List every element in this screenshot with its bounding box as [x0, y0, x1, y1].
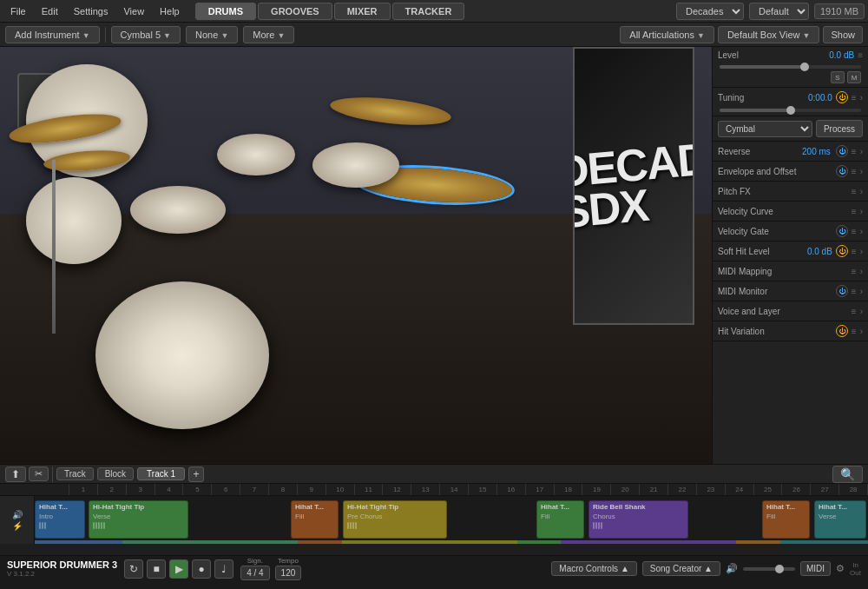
menu-view[interactable]: View — [116, 4, 151, 18]
select-tool-button[interactable]: ⬆ — [5, 467, 26, 482]
reverse-row: Reverse 200 ms ⏻ ≡ › — [713, 142, 868, 161]
crash-right-cymbal[interactable] — [329, 93, 452, 129]
drum-view[interactable]: DECADSDX Capitol — [0, 47, 712, 464]
none-select-button[interactable]: None ▼ — [186, 26, 238, 43]
envelope-menu[interactable]: ≡ — [852, 167, 857, 176]
time-signature[interactable]: 4 / 4 — [240, 566, 269, 580]
track-content[interactable]: Hihat T... Intro Hi-Hat Tight Tip Verse … — [35, 496, 868, 544]
velocity-curve-chevron[interactable]: › — [860, 207, 863, 216]
clip-verse[interactable]: Hi-Hat Tight Tip Verse — [89, 500, 188, 539]
tom1-drum[interactable] — [217, 134, 295, 175]
track-icon-1[interactable]: 🔊 — [12, 510, 23, 520]
track-icon-2[interactable]: ⚡ — [12, 521, 23, 531]
snare-drum[interactable] — [130, 186, 226, 234]
ruler-28: 28 — [839, 484, 868, 495]
menu-file[interactable]: File — [3, 4, 33, 18]
soft-hit-row: Soft Hit Level 0.0 dB ⏻ ≡ › — [713, 242, 868, 261]
tuning-chevron[interactable]: › — [860, 93, 863, 103]
song-creator-button[interactable]: Song Creator ▲ — [642, 561, 720, 576]
solo-button[interactable]: S — [831, 71, 845, 83]
envelope-chevron[interactable]: › — [860, 167, 863, 176]
stop-button[interactable]: ■ — [147, 559, 166, 579]
clip-chorus[interactable]: Ride Bell Shank Chorus — [589, 500, 688, 539]
midi-button[interactable]: MIDI — [800, 561, 831, 576]
block-button[interactable]: Block — [97, 467, 134, 480]
midi-monitor-power-button[interactable]: ⏻ — [836, 285, 848, 297]
clip-fill-2[interactable]: Hihat T... Fill — [536, 500, 584, 539]
level-slider[interactable] — [720, 65, 861, 69]
tuning-value: 0:00.0 — [808, 93, 832, 103]
clip-verse-2[interactable]: Hihat T... Verse — [814, 500, 866, 539]
reverse-chevron[interactable]: › — [860, 147, 863, 156]
voice-layer-chevron[interactable]: › — [860, 307, 863, 316]
menu-settings[interactable]: Settings — [67, 4, 115, 18]
all-articulations-button[interactable]: All Articulations ▼ — [620, 26, 714, 43]
metronome-button[interactable]: ♩ — [214, 559, 233, 579]
soft-hit-chevron[interactable]: › — [860, 247, 863, 256]
hit-variation-menu[interactable]: ≡ — [852, 327, 857, 336]
add-track-button[interactable]: + — [188, 467, 204, 482]
hit-variation-power-button[interactable]: ⏻ — [836, 325, 848, 337]
floor-tom2[interactable] — [26, 177, 122, 264]
tab-grooves[interactable]: GROOVES — [258, 3, 332, 20]
macro-controls-button[interactable]: Macro Controls ▲ — [551, 561, 637, 576]
tab-tracker[interactable]: TRACKER — [392, 3, 465, 20]
record-button[interactable]: ● — [192, 559, 211, 579]
loop-button[interactable]: ↻ — [124, 559, 143, 579]
cut-tool-button[interactable]: ✂ — [29, 467, 49, 481]
midi-mapping-chevron[interactable]: › — [860, 267, 863, 276]
clip-fill-1[interactable]: Hihat T... Fill — [291, 500, 339, 539]
bass-drum[interactable] — [95, 281, 269, 429]
instrument-type-select[interactable]: Cymbal — [718, 121, 812, 137]
default-select[interactable]: Default — [749, 3, 809, 20]
midi-monitor-menu[interactable]: ≡ — [852, 287, 857, 296]
voice-layer-menu[interactable]: ≡ — [852, 307, 857, 316]
clip-fill-3[interactable]: Hihat T... Fill — [762, 500, 810, 539]
settings-icon[interactable]: ⚙ — [836, 563, 845, 574]
clip-pre-chorus[interactable]: Hi-Hat Tight Tip Pre Chorus — [343, 500, 447, 539]
midi-mapping-section: MIDI Mapping ≡ › — [713, 261, 868, 281]
more-button[interactable]: More ▼ — [243, 26, 294, 43]
tab-drums[interactable]: DRUMS — [195, 3, 256, 20]
midi-monitor-chevron[interactable]: › — [860, 287, 863, 296]
ruler-26: 26 — [782, 484, 811, 495]
tab-mixer[interactable]: MIXER — [334, 3, 391, 20]
tuning-slider[interactable] — [720, 109, 861, 112]
track-lane-header: 🔊 ⚡ — [0, 496, 35, 544]
clip-intro[interactable]: Hihat T... Intro — [35, 500, 85, 539]
process-button[interactable]: Process — [816, 120, 863, 137]
menu-help[interactable]: Help — [153, 4, 187, 18]
menu-edit[interactable]: Edit — [35, 4, 65, 18]
show-button[interactable]: Show — [823, 26, 863, 43]
tom2-drum[interactable] — [312, 142, 399, 188]
toolbar-separator-1 — [105, 27, 106, 43]
decade-select[interactable]: Decades — [676, 3, 744, 20]
voice-layer-row: Voice and Layer ≡ › — [713, 301, 868, 321]
level-menu[interactable]: ≡ — [858, 50, 863, 60]
pitch-fx-chevron[interactable]: › — [860, 187, 863, 196]
tempo-value[interactable]: 120 — [275, 566, 302, 580]
reverse-power-button[interactable]: ⏻ — [836, 145, 848, 157]
ruler-25: 25 — [754, 484, 783, 495]
zoom-button[interactable]: 🔍 — [832, 466, 863, 483]
velocity-gate-chevron[interactable]: › — [860, 227, 863, 236]
soft-hit-power-button[interactable]: ⏻ — [836, 245, 848, 257]
tuning-menu[interactable]: ≡ — [852, 93, 857, 103]
master-volume-slider[interactable] — [743, 567, 795, 571]
soft-hit-menu[interactable]: ≡ — [852, 247, 857, 256]
reverse-menu[interactable]: ≡ — [852, 147, 857, 156]
tuning-power-button[interactable]: ⏻ — [836, 91, 848, 103]
add-instrument-button[interactable]: Add Instrument ▼ — [5, 26, 100, 43]
hit-variation-chevron[interactable]: › — [860, 327, 863, 336]
cymbal-select-button[interactable]: Cymbal 5 ▼ — [111, 26, 181, 43]
mute-button[interactable]: M — [847, 71, 861, 83]
play-button[interactable]: ▶ — [169, 559, 188, 579]
envelope-power-button[interactable]: ⏻ — [836, 165, 848, 177]
pitch-fx-menu[interactable]: ≡ — [852, 187, 857, 196]
midi-mapping-menu[interactable]: ≡ — [852, 267, 857, 276]
default-box-view-button[interactable]: Default Box View ▼ — [718, 26, 820, 43]
track-button[interactable]: Track — [56, 467, 94, 480]
velocity-gate-power-button[interactable]: ⏻ — [836, 225, 848, 237]
velocity-curve-menu[interactable]: ≡ — [852, 207, 857, 216]
velocity-gate-menu[interactable]: ≡ — [852, 227, 857, 236]
